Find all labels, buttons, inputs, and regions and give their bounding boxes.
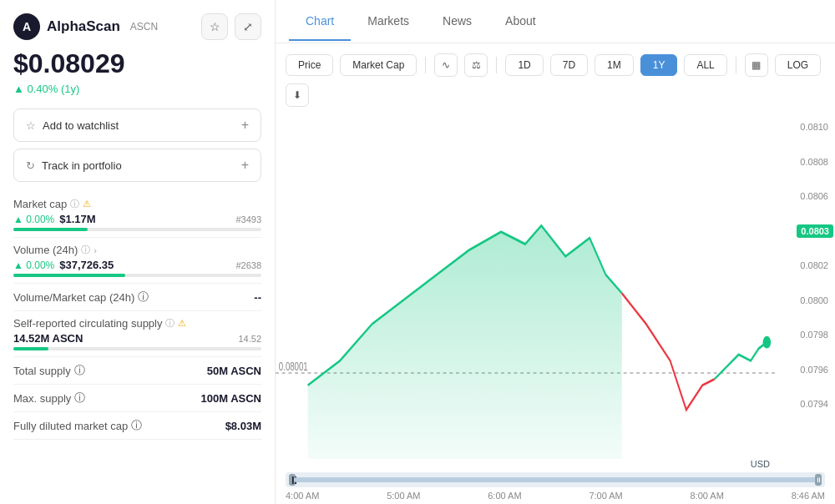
plus-icon-2: + [241, 158, 249, 173]
line-chart-button[interactable]: ∿ [434, 53, 458, 77]
info-icon-fdv[interactable]: ⓘ [131, 418, 142, 433]
brand-row: A AlphaScan ASCN ☆ ⤢ [13, 13, 261, 40]
info-icon-volume[interactable]: ⓘ [81, 244, 90, 256]
1m-button[interactable]: 1M [595, 54, 634, 76]
portfolio-icon: ↻ [26, 159, 35, 172]
svg-point-3 [763, 336, 772, 349]
metric-total-supply: Total supply ⓘ 50M ASCN [13, 357, 261, 385]
chart-wrapper: 0.08001 [276, 115, 835, 459]
metric-max-supply: Max. supply ⓘ 100M ASCN [13, 385, 261, 412]
market-cap-button[interactable]: Market Cap [340, 54, 417, 76]
tab-news[interactable]: News [426, 3, 488, 41]
download-button[interactable]: ⬇ [286, 83, 309, 107]
brand-logo: A [13, 13, 40, 40]
info-icon-total[interactable]: ⓘ [74, 363, 85, 378]
tab-chart[interactable]: Chart [289, 3, 351, 41]
candle-chart-button[interactable]: ⚖ [464, 53, 488, 77]
separator-3 [736, 57, 736, 73]
left-panel: A AlphaScan ASCN ☆ ⤢ $0.08029 ▲ 0.40% (1… [0, 0, 276, 504]
7d-button[interactable]: 7D [550, 54, 588, 76]
share-button[interactable]: ⤢ [235, 13, 261, 40]
metric-circ-supply: Self-reported circulating supply ⓘ ⚠ 14.… [13, 311, 261, 357]
tabs-row: Chart Markets News About [276, 0, 835, 43]
timeline-xaxis: 4:00 AM 5:00 AM 6:00 AM 7:00 AM 8:00 AM … [276, 489, 835, 504]
price-button[interactable]: Price [286, 54, 333, 76]
metric-volume-market-cap: Volume/Market cap (24h) ⓘ -- [13, 284, 261, 311]
price-change: ▲ 0.40% (1y) [13, 83, 261, 95]
price-main: $0.08029 [13, 48, 261, 79]
brand-actions: ☆ ⤢ [201, 13, 261, 40]
timeline-handle-right[interactable]: ⏸ [815, 474, 822, 486]
separator-2 [496, 57, 497, 73]
metric-market-cap: Market cap ⓘ ⚠ ▲ 0.00% $1.17M #3493 [13, 192, 261, 238]
chart-area: Price Market Cap ∿ ⚖ 1D 7D 1M 1Y ALL ▦ L… [276, 43, 835, 504]
metric-fdv: Fully diluted market cap ⓘ $8.03M [13, 412, 261, 440]
1y-button[interactable]: 1Y [640, 54, 678, 76]
calendar-icon-button[interactable]: ▦ [745, 53, 768, 77]
price-chart-svg: 0.08001 [276, 115, 775, 459]
timeline-scrubber[interactable]: ⏸ ⏸ [286, 472, 825, 487]
1d-button[interactable]: 1D [505, 54, 543, 76]
info-icon-supply[interactable]: ⓘ [165, 317, 175, 330]
info-icon-marketcap[interactable]: ⓘ [70, 198, 79, 210]
log-button[interactable]: LOG [775, 54, 821, 76]
chart-y-axis: 0.0810 0.0808 0.0806 0.0804 0.0803 0.080… [775, 115, 835, 459]
chevron-icon-volume[interactable]: › [94, 245, 97, 255]
tab-markets[interactable]: Markets [351, 3, 426, 41]
current-price-badge: 0.0803 [797, 224, 833, 238]
add-to-watchlist-button[interactable]: ☆Add to watchlist + [13, 108, 261, 142]
star-button[interactable]: ☆ [201, 13, 228, 40]
svg-text:0.08001: 0.08001 [279, 360, 308, 374]
plus-icon: + [241, 118, 249, 133]
chart-controls: Price Market Cap ∿ ⚖ 1D 7D 1M 1Y ALL ▦ L… [276, 53, 835, 115]
timeline-track [294, 477, 817, 482]
track-portfolio-button[interactable]: ↻Track in portfolio + [13, 149, 261, 182]
usd-label: USD [276, 459, 835, 471]
right-panel: Chart Markets News About Price Market Ca… [276, 0, 835, 504]
metrics-section: Market cap ⓘ ⚠ ▲ 0.00% $1.17M #3493 Volu… [13, 192, 261, 440]
chart-svg-area: 0.08001 [276, 115, 775, 459]
metric-volume-24h: Volume (24h) ⓘ › ▲ 0.00% $37,726.35 #263… [13, 238, 261, 284]
tab-about[interactable]: About [488, 3, 553, 41]
star-icon: ☆ [26, 119, 36, 132]
brand-ticker: ASCN [130, 21, 158, 33]
info-icon-max[interactable]: ⓘ [74, 391, 85, 406]
separator-1 [425, 57, 426, 73]
warn-icon-supply: ⚠ [178, 318, 186, 329]
info-icon-vol-mkt[interactable]: ⓘ [138, 290, 149, 305]
warn-icon-marketcap: ⚠ [83, 199, 91, 209]
brand-name: AlphaScan [47, 18, 120, 35]
all-button[interactable]: ALL [684, 54, 726, 76]
